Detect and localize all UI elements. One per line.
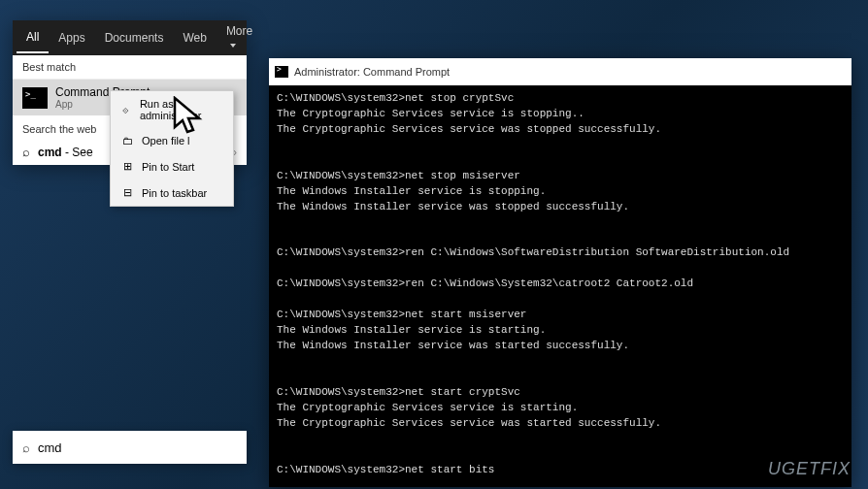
context-item-label: Run as administrator (140, 98, 223, 121)
context-run-as-admin[interactable]: ⟐ Run as administrator (111, 91, 233, 128)
context-item-label: Pin to taskbar (142, 187, 207, 199)
cmd-window: Administrator: Command Prompt C:\WINDOWS… (269, 58, 851, 487)
cmd-titlebar[interactable]: Administrator: Command Prompt (269, 58, 851, 85)
pin-taskbar-icon: ⊟ (120, 186, 134, 199)
search-icon: ⌕ (22, 440, 30, 455)
cmd-output[interactable]: C:\WINDOWS\system32>net stop cryptSvc Th… (269, 85, 851, 487)
context-open-file-location[interactable]: 🗀 Open file l (111, 128, 233, 153)
context-pin-to-taskbar[interactable]: ⊟ Pin to taskbar (111, 179, 233, 206)
context-menu: ⟐ Run as administrator 🗀 Open file l ⊞ P… (110, 90, 234, 207)
search-input[interactable] (38, 440, 237, 455)
chevron-down-icon (230, 44, 236, 48)
search-input-bar[interactable]: ⌕ (13, 431, 247, 464)
admin-run-icon: ⟐ (120, 104, 132, 115)
pin-start-icon: ⊞ (120, 160, 134, 173)
context-item-label: Open file l (142, 135, 190, 147)
search-tab-more[interactable]: More (217, 16, 262, 59)
web-result-text: cmd - See (38, 146, 93, 159)
cmd-icon (275, 66, 288, 78)
best-match-header: Best match (13, 55, 247, 80)
command-prompt-icon (22, 87, 48, 109)
search-icon: ⌕ (22, 145, 30, 159)
search-tab-documents[interactable]: Documents (95, 23, 174, 52)
context-pin-to-start[interactable]: ⊞ Pin to Start (111, 153, 233, 179)
search-tab-apps[interactable]: Apps (49, 23, 94, 52)
context-item-label: Pin to Start (142, 161, 194, 173)
cmd-window-title: Administrator: Command Prompt (294, 66, 450, 78)
search-tab-all[interactable]: All (17, 22, 49, 53)
search-tabs: All Apps Documents Web More (13, 20, 247, 55)
search-tab-web[interactable]: Web (173, 23, 216, 52)
folder-icon: 🗀 (120, 135, 134, 147)
watermark: UGETFIX (768, 459, 851, 479)
